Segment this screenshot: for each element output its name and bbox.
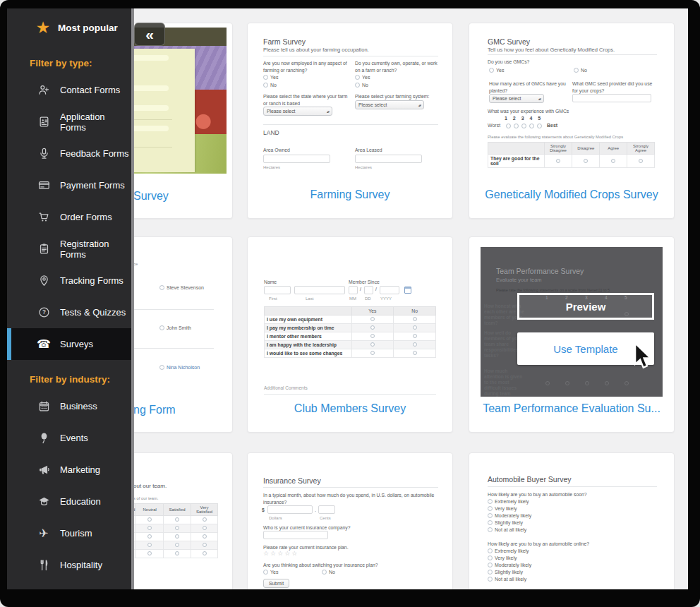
- sidebar-item-application-forms[interactable]: Application Forms: [7, 106, 131, 138]
- preview-button[interactable]: Preview: [517, 293, 654, 320]
- balloon-icon: [37, 432, 51, 444]
- template-title[interactable]: Survey: [133, 190, 169, 203]
- radio-option: Extremely likely: [488, 548, 529, 553]
- sidebar-item-education[interactable]: Education: [7, 486, 131, 517]
- sidebar-item-label: Payment Forms: [60, 180, 125, 191]
- star-rating: ☆☆☆☆☆: [263, 550, 298, 557]
- date-input: [364, 286, 373, 294]
- template-title[interactable]: Farming Survey: [252, 188, 448, 201]
- question: Do you currently own, operate, or work o…: [355, 60, 441, 73]
- sidebar-item-tourism[interactable]: ✈ Tourism: [7, 517, 131, 549]
- question: In a typical month, about how much do yo…: [263, 492, 435, 505]
- graduation-cap-icon: [37, 495, 51, 507]
- sidebar-item-feedback-forms[interactable]: Feedback Forms: [7, 138, 131, 169]
- radio-option: Slightly likely: [488, 520, 523, 525]
- collapse-sidebar-button[interactable]: «: [134, 23, 165, 46]
- text-input: [355, 155, 422, 163]
- radio-option: Very likely: [488, 506, 517, 511]
- shopping-cart-icon: [37, 211, 51, 223]
- sidebar-item-label: Education: [60, 496, 101, 507]
- template-title[interactable]: Club Members Survey: [252, 402, 448, 415]
- date-input: [349, 286, 358, 294]
- svg-text:?: ?: [42, 309, 46, 315]
- question: How likely are you to buy an automobile …: [488, 491, 587, 498]
- form-fragment: s of our team.: [133, 496, 158, 500]
- sidebar-item-tracking-forms[interactable]: Tracking Forms: [7, 265, 131, 296]
- sidebar-item-contact-forms[interactable]: Contact Forms: [7, 74, 131, 106]
- template-title[interactable]: Genetically Modified Crops Survey: [473, 188, 670, 201]
- sidebar-item-registration-forms[interactable]: Registration Forms: [7, 233, 131, 265]
- field-hint: First: [269, 296, 277, 301]
- map-pin-icon: [37, 275, 51, 287]
- question: Please select your farming system:: [355, 93, 442, 100]
- scale-numbers: 1 2 3 4 5: [505, 116, 541, 121]
- template-card-insurance[interactable]: Insurance Survey In a typical month, abo…: [247, 452, 453, 589]
- credit-card-icon: [37, 179, 51, 191]
- airplane-icon: ✈: [37, 528, 51, 539]
- field-hint: DD: [365, 296, 371, 301]
- template-card-club[interactable]: Name First Last Member Since / / MM DD Y…: [247, 236, 453, 433]
- sidebar-item-label: Order Forms: [60, 212, 112, 222]
- sidebar-item-label: Contact Forms: [60, 85, 120, 95]
- radio-option: Not at all likely: [488, 577, 526, 582]
- select-dropdown: Please select: [489, 94, 544, 103]
- radio-option: No: [355, 83, 368, 88]
- field-hint: Hectares: [263, 165, 280, 169]
- sidebar-item-business[interactable]: Business: [7, 390, 131, 422]
- select-dropdown: Please select: [263, 107, 332, 116]
- section-label: LAND: [263, 129, 279, 136]
- text-input: [264, 286, 291, 294]
- sidebar-item-label: Events: [60, 433, 88, 443]
- sidebar-item-payment-forms[interactable]: Payment Forms: [7, 169, 131, 201]
- sidebar-edge-divider[interactable]: [131, 8, 134, 589]
- sidebar-item-events[interactable]: Events: [7, 422, 131, 454]
- sidebar-item-label: Surveys: [60, 339, 93, 349]
- radio-option: Yes: [355, 75, 370, 80]
- sidebar-item-most-popular[interactable]: ★ Most popular: [7, 11, 131, 44]
- select-dropdown: Please select: [355, 100, 424, 109]
- text-input: [263, 155, 330, 163]
- mouse-cursor: [630, 342, 654, 372]
- currency-symbol: $: [262, 507, 265, 514]
- question: What GMC seed provider did you use for y…: [572, 80, 657, 94]
- likert-table: Strongly Disagree Disagree Agree Strongl…: [488, 142, 655, 168]
- megaphone-icon: [37, 464, 51, 476]
- sidebar-item-marketing[interactable]: Marketing: [7, 454, 131, 486]
- text-input: [572, 94, 651, 102]
- star-icon: ★: [37, 20, 49, 35]
- date-input: [380, 286, 399, 294]
- field-hint: Last: [306, 296, 313, 301]
- sidebar-item-label: Hospitality: [60, 560, 102, 570]
- template-card-team[interactable]: Team Performance Survey Evaluate your te…: [469, 236, 675, 433]
- template-card-gmc[interactable]: GMC Survey Tell us how you feel about Ge…: [469, 23, 675, 219]
- sidebar-item-label: Application Forms: [60, 112, 131, 133]
- template-card-automobile[interactable]: Automobile Buyer Survey How likely are y…: [469, 452, 675, 589]
- template-title[interactable]: ng Form: [133, 404, 176, 416]
- template-title[interactable]: Team Performance Evaluation Su...: [473, 402, 670, 415]
- text-input: [263, 531, 328, 539]
- field-label: Name: [264, 279, 277, 286]
- form-fragment: out our team.: [133, 483, 167, 489]
- radio-option: Moderately likely: [488, 513, 531, 518]
- question: Are you now employed in any aspect of fa…: [263, 60, 349, 73]
- filter-by-industry-heading: Filter by industry:: [7, 360, 131, 390]
- calendar-icon: [404, 287, 411, 294]
- vote-option: Nina Nicholson: [159, 365, 200, 370]
- sidebar-item-surveys[interactable]: ☎ Surveys: [7, 328, 131, 360]
- sidebar-item-label: Registration Forms: [60, 239, 131, 260]
- sidebar-item-hospitality[interactable]: Hospitality: [7, 549, 131, 581]
- sidebar-item-order-forms[interactable]: Order Forms: [7, 201, 131, 233]
- sidebar-item-label: Tests & Quizzes: [60, 307, 126, 318]
- radio-option: Yes: [489, 68, 504, 73]
- microphone-icon: [37, 148, 51, 160]
- question: What was your experience with GMCs: [488, 108, 569, 115]
- radio-option: Not at all likely: [488, 527, 526, 532]
- sidebar-item-label: Most popular: [58, 23, 118, 33]
- sidebar-item-tests-quizzes[interactable]: ? Tests & Quizzes: [7, 296, 131, 328]
- template-card-farming[interactable]: Farm Survey Please tell us about your fa…: [247, 23, 453, 219]
- dollars-input: [267, 505, 313, 514]
- vote-option: Steve Stevenson: [159, 285, 204, 290]
- clipboard-icon: [37, 243, 51, 255]
- sidebar-item-label: Tourism: [60, 528, 92, 539]
- radio-option: Yes: [263, 75, 278, 80]
